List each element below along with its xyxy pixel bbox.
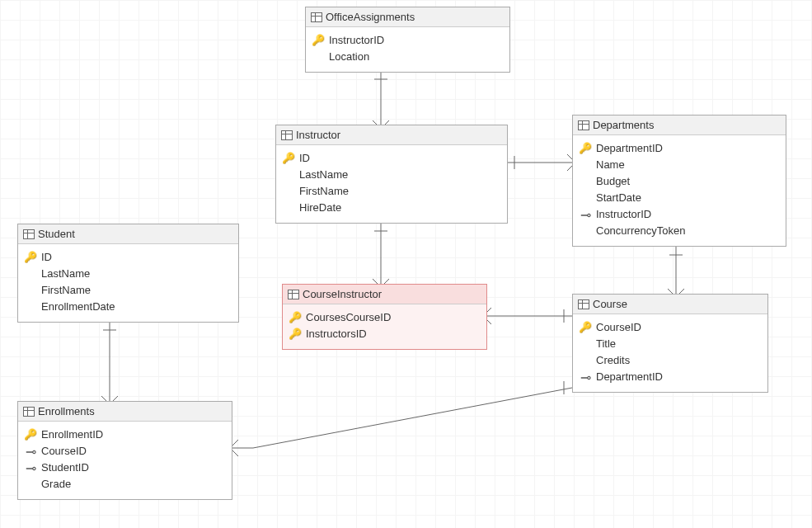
column: 🔑InstructorID — [312, 32, 503, 49]
column: LastName — [25, 266, 232, 282]
entity-header: CourseInstructor — [283, 285, 486, 304]
entity-course[interactable]: Course 🔑CourseID Title Credits ⊸Departme… — [572, 294, 768, 393]
column: LastName — [283, 167, 500, 183]
entity-title: Student — [38, 228, 75, 240]
table-icon — [288, 290, 299, 299]
key-icon: 🔑 — [25, 427, 36, 443]
column: FirstName — [25, 282, 232, 299]
column-list: 🔑ID LastName FirstName HireDate — [276, 145, 507, 223]
column-list: 🔑CoursesCourseID 🔑InstructorsID — [283, 304, 486, 349]
column: ⊸InstructorID — [580, 206, 779, 223]
entity-header: Student — [18, 224, 238, 244]
column-list: 🔑ID LastName FirstName EnrollmentDate — [18, 244, 238, 322]
table-icon — [578, 120, 589, 130]
column: 🔑ID — [283, 150, 500, 167]
entity-title: OfficeAssignments — [326, 11, 415, 23]
entity-title: Course — [593, 298, 627, 310]
entity-header: Course — [573, 295, 767, 314]
column: Credits — [580, 352, 761, 369]
column: ⊸CourseID — [25, 443, 225, 460]
entity-title: CourseInstructor — [303, 288, 382, 300]
fk-icon: ⊸ — [25, 463, 36, 474]
column: 🔑EnrollmentID — [25, 427, 225, 443]
column: 🔑DepartmentID — [580, 140, 779, 157]
entity-course-instructor[interactable]: CourseInstructor 🔑CoursesCourseID 🔑Instr… — [282, 284, 487, 350]
diagram-canvas: OfficeAssignments 🔑InstructorID Location… — [0, 0, 812, 528]
fk-icon: ⊸ — [580, 372, 591, 384]
entity-instructor[interactable]: Instructor 🔑ID LastName FirstName HireDa… — [275, 125, 508, 224]
column: Name — [580, 157, 779, 173]
column: Budget — [580, 173, 779, 190]
table-icon — [23, 229, 35, 239]
key-icon: 🔑 — [25, 249, 36, 266]
fk-icon: ⊸ — [25, 446, 36, 458]
table-icon — [578, 299, 589, 309]
key-icon: 🔑 — [580, 140, 591, 157]
column: Grade — [25, 476, 225, 493]
table-icon — [311, 12, 322, 22]
entity-office-assignments[interactable]: OfficeAssignments 🔑InstructorID Location — [305, 7, 510, 73]
key-icon: 🔑 — [312, 32, 324, 49]
entity-header: Enrollments — [18, 402, 232, 422]
entity-title: Enrollments — [38, 405, 95, 417]
column: Location — [312, 49, 503, 65]
entity-title: Instructor — [296, 129, 340, 141]
key-icon: 🔑 — [289, 326, 301, 342]
table-icon — [23, 407, 35, 417]
entity-header: OfficeAssignments — [306, 7, 509, 27]
column: ⊸StudentID — [25, 460, 225, 476]
fk-icon: ⊸ — [580, 210, 591, 221]
column: StartDate — [580, 190, 779, 206]
column: Title — [580, 336, 761, 352]
table-icon — [281, 130, 293, 140]
key-icon: 🔑 — [283, 150, 294, 167]
entity-departments[interactable]: Departments 🔑DepartmentID Name Budget St… — [572, 115, 786, 247]
column-list: 🔑DepartmentID Name Budget StartDate ⊸Ins… — [573, 135, 786, 246]
column: FirstName — [283, 183, 500, 200]
column: 🔑ID — [25, 249, 232, 266]
column: ConcurrencyToken — [580, 223, 779, 239]
column-list: 🔑CourseID Title Credits ⊸DepartmentID — [573, 314, 767, 392]
entity-header: Departments — [573, 116, 786, 135]
column-list: 🔑EnrollmentID ⊸CourseID ⊸StudentID Grade — [18, 422, 232, 499]
entity-student[interactable]: Student 🔑ID LastName FirstName Enrollmen… — [17, 224, 239, 323]
entity-title: Departments — [593, 119, 654, 131]
key-icon: 🔑 — [289, 309, 301, 326]
entity-header: Instructor — [276, 125, 507, 145]
column: EnrollmentDate — [25, 299, 232, 315]
column: 🔑InstructorsID — [289, 326, 480, 342]
key-icon: 🔑 — [580, 319, 591, 336]
column: ⊸DepartmentID — [580, 369, 761, 385]
column: 🔑CoursesCourseID — [289, 309, 480, 326]
column: 🔑CourseID — [580, 319, 761, 336]
column: HireDate — [283, 200, 500, 216]
column-list: 🔑InstructorID Location — [306, 27, 509, 72]
entity-enrollments[interactable]: Enrollments 🔑EnrollmentID ⊸CourseID ⊸Stu… — [17, 401, 232, 500]
